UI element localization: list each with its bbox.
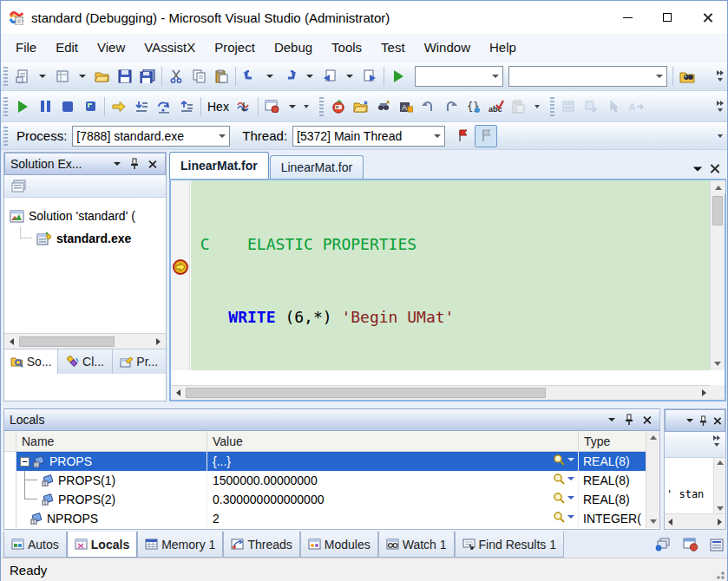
column-header-value[interactable]: Value: [207, 431, 579, 451]
visualizer-dropdown[interactable]: [567, 458, 574, 461]
menu-edit[interactable]: Edit: [46, 34, 88, 61]
toolbar-grip[interactable]: [3, 127, 8, 146]
scrollbar-thumb[interactable]: [186, 388, 546, 398]
window-position-dropdown[interactable]: [685, 413, 695, 428]
side-panel-vscrollbar[interactable]: [713, 458, 725, 513]
va-spell-check-button[interactable]: abc: [485, 95, 508, 118]
toolbar-grip[interactable]: [3, 67, 8, 86]
indicator-margin[interactable]: [171, 180, 190, 370]
window-position-dropdown[interactable]: [109, 156, 125, 172]
va-refactor-button[interactable]: [558, 95, 580, 118]
properties-button[interactable]: [8, 177, 29, 196]
va-scope-button[interactable]: {}: [462, 95, 485, 118]
visualizer-dropdown[interactable]: [567, 515, 574, 519]
tab-class-view[interactable]: Cl...: [58, 349, 112, 374]
scroll-right-icon[interactable]: [718, 519, 722, 526]
locals-titlebar[interactable]: Locals: [4, 408, 659, 431]
step-into-button[interactable]: [130, 95, 153, 118]
menu-file[interactable]: File: [6, 34, 46, 61]
hex-toggle-button[interactable]: Hex: [204, 100, 233, 114]
close-icon[interactable]: [639, 412, 654, 428]
scroll-down-icon[interactable]: [646, 515, 659, 528]
scroll-up-icon[interactable]: [711, 180, 725, 194]
menu-debug[interactable]: Debug: [265, 34, 322, 61]
pin-icon[interactable]: [127, 156, 142, 172]
break-all-button[interactable]: [34, 95, 56, 118]
locals-vscrollbar[interactable]: [646, 431, 659, 528]
save-all-button[interactable]: [136, 65, 159, 88]
locals-row-props2[interactable]: 1 PROPS(2) 0.300000000000000 REAL(8): [4, 490, 659, 509]
menu-window[interactable]: Window: [415, 34, 480, 61]
maximize-button[interactable]: [647, 1, 687, 34]
side-panel-content[interactable]: ' stan ' stan ' stan ' .: [665, 458, 713, 513]
resize-grip[interactable]: [713, 568, 725, 580]
editor-vscrollbar[interactable]: [710, 180, 725, 370]
va-find-symbol-button[interactable]: A: [395, 95, 417, 118]
va-find-references-button[interactable]: [372, 95, 395, 118]
add-item-button[interactable]: [51, 65, 74, 88]
code-editor[interactable]: C ELASTIC PROPERTIES WRITE (6,*) 'Begin …: [169, 179, 726, 401]
tab-solution-explorer[interactable]: So...: [4, 349, 58, 374]
navigate-backward-dropdown[interactable]: [341, 65, 358, 88]
tab-autos[interactable]: Autos: [3, 532, 67, 558]
scroll-left-icon[interactable]: [668, 519, 672, 526]
redo-dropdown[interactable]: [301, 65, 318, 88]
va-rename-button[interactable]: A: [626, 95, 648, 118]
menu-tools[interactable]: Tools: [322, 34, 371, 61]
navigate-forward-button[interactable]: [358, 65, 381, 88]
solution-explorer-titlebar[interactable]: Solution Ex...: [4, 153, 166, 175]
menu-vassistx[interactable]: VAssistX: [134, 34, 205, 61]
paste-button[interactable]: [210, 65, 233, 88]
side-panel-titlebar[interactable]: [665, 409, 725, 432]
pin-icon[interactable]: [621, 412, 637, 428]
undo-button[interactable]: [239, 65, 261, 88]
exceptions-button[interactable]: [233, 95, 255, 118]
toolbar-grip[interactable]: [319, 97, 324, 116]
restart-button[interactable]: [79, 95, 102, 118]
editor-hscrollbar[interactable]: [171, 385, 712, 400]
flag-threads-button[interactable]: [452, 125, 475, 147]
close-icon[interactable]: [144, 156, 160, 172]
va-open-file-button[interactable]: [350, 95, 372, 118]
toolbar-overflow-button[interactable]: [301, 105, 313, 108]
magnifier-icon[interactable]: [553, 492, 565, 504]
toolbar-overflow-button[interactable]: [532, 105, 544, 108]
document-tab-inactive[interactable]: LinearMat.for: [270, 155, 364, 179]
tab-modules[interactable]: Modules: [300, 532, 378, 558]
magnifier-icon[interactable]: [553, 454, 565, 466]
magnifier-icon[interactable]: [553, 473, 565, 485]
menu-project[interactable]: Project: [205, 34, 265, 61]
solution-config-combo[interactable]: [415, 66, 503, 87]
document-tab-active[interactable]: LinearMat.for: [169, 152, 269, 179]
tab-property-manager[interactable]: Pr...: [113, 349, 166, 374]
toolbar-grip[interactable]: [3, 97, 8, 116]
side-panel-hscrollbar[interactable]: [665, 513, 725, 529]
menu-test[interactable]: Test: [371, 34, 415, 61]
locals-row-props[interactable]: 1 PROPS {...} REAL(8): [4, 452, 659, 471]
tab-locals[interactable]: Locals: [67, 532, 137, 558]
minimize-button[interactable]: [607, 1, 647, 34]
toolbar-overflow-button[interactable]: [715, 101, 727, 112]
scroll-down-icon[interactable]: [711, 356, 725, 370]
scrollbar-thumb[interactable]: [712, 196, 723, 225]
breakpoints-window-button[interactable]: [261, 95, 284, 118]
process-combo[interactable]: [7888] standard.exe: [72, 126, 230, 147]
visualizer-dropdown[interactable]: [567, 496, 574, 499]
window-position-dropdown[interactable]: [604, 412, 620, 428]
undo-dropdown[interactable]: [261, 65, 279, 88]
va-select-button[interactable]: [603, 95, 626, 118]
open-file-button[interactable]: [91, 65, 114, 88]
stop-debug-button[interactable]: [56, 95, 79, 118]
tree-item-project[interactable]: standard.exe: [10, 227, 164, 250]
menu-view[interactable]: View: [88, 34, 134, 61]
save-button[interactable]: [114, 65, 136, 88]
cut-button[interactable]: [165, 65, 187, 88]
step-out-button[interactable]: [175, 95, 198, 118]
navigate-backward-button[interactable]: [318, 65, 341, 88]
toolbar-overflow-button[interactable]: [712, 435, 724, 447]
continue-button[interactable]: [11, 95, 34, 118]
show-next-statement-button[interactable]: [108, 95, 130, 118]
tree-item-solution[interactable]: Solution 'standard' (: [10, 205, 164, 227]
tab-watch1[interactable]: Watch 1: [378, 532, 455, 558]
find-combo[interactable]: [508, 66, 667, 87]
